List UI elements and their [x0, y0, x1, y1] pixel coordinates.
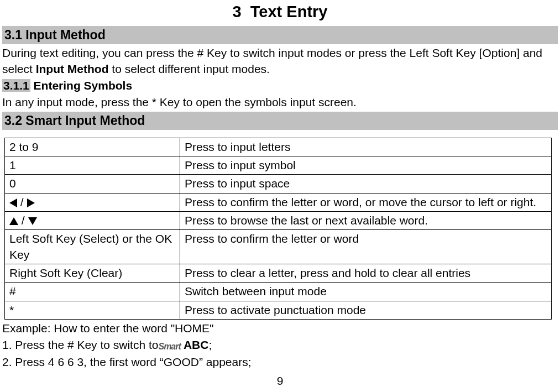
desc-cell: Press to input symbol [180, 156, 552, 174]
triangle-up-icon [9, 217, 18, 225]
subsection-number: 3.1.1 [2, 79, 30, 92]
bold-input-method: Input Method [36, 62, 109, 75]
table-row: *Press to activate punctuation mode [5, 301, 552, 319]
text: ; [208, 338, 212, 351]
bold-abc: ABC [181, 338, 209, 351]
triangle-right-icon [27, 198, 35, 207]
desc-cell: Press to confirm the letter or word, or … [180, 193, 552, 211]
text: 1. Press the # Key to switch to [2, 338, 158, 351]
section-heading-3-1: 3.1 Input Method [2, 26, 558, 44]
key-cell: / [5, 193, 180, 211]
desc-cell: Press to confirm the letter or word [180, 230, 552, 264]
key-cell: 1 [5, 156, 180, 174]
chapter-title: 3 Text Entry [2, 1, 558, 23]
example-intro: Example: How to enter the word "HOME" [2, 321, 558, 336]
smart-mode-icon: Smart [158, 341, 180, 353]
table-row: 2 to 9Press to input letters [5, 138, 552, 156]
section-heading-3-2: 3.2 Smart Input Method [2, 112, 558, 130]
table-row: Right Soft Key (Clear)Press to clear a l… [5, 264, 552, 283]
table-row: / Press to browse the last or next avail… [5, 211, 552, 229]
triangle-left-icon [9, 198, 17, 207]
key-cell: 2 to 9 [5, 138, 180, 156]
page-number: 9 [0, 373, 560, 389]
table-row: Left Soft Key (Select) or the OK KeyPres… [5, 230, 552, 264]
desc-cell: Press to input space [180, 175, 552, 193]
desc-cell: Press to clear a letter, press and hold … [180, 264, 552, 283]
text: to select different input modes. [109, 62, 270, 75]
desc-cell: Press to activate punctuation mode [180, 301, 552, 319]
table-row: 0Press to input space [5, 175, 552, 193]
key-cell: # [5, 283, 180, 301]
desc-cell: Press to browse the last or next availab… [180, 211, 552, 229]
table-row: #Switch between input mode [5, 283, 552, 301]
triangle-down-icon [28, 217, 37, 225]
smart-input-table: 2 to 9Press to input letters1Press to in… [4, 138, 552, 320]
section-3-1-paragraph: During text editing, you can press the #… [2, 45, 558, 77]
subsection-3-1-1-paragraph: In any input mode, press the * Key to op… [2, 95, 558, 110]
desc-cell: Press to input letters [180, 138, 552, 156]
key-cell: Right Soft Key (Clear) [5, 264, 180, 283]
chapter-name: Text Entry [250, 3, 328, 20]
table-row: / Press to confirm the letter or word, o… [5, 193, 552, 211]
table-row: 1Press to input symbol [5, 156, 552, 174]
subsection-name: Entering Symbols [30, 79, 132, 92]
key-cell: 0 [5, 175, 180, 193]
key-cell: * [5, 301, 180, 319]
chapter-number: 3 [233, 3, 242, 20]
example-step-1: 1. Press the # Key to switch toSmart ABC… [2, 337, 558, 353]
example-step-2: 2. Press 4 6 6 3, the first word “GOOD” … [2, 354, 558, 370]
desc-cell: Switch between input mode [180, 283, 552, 301]
key-cell: / [5, 211, 180, 229]
key-cell: Left Soft Key (Select) or the OK Key [5, 230, 180, 264]
subsection-3-1-1-title: 3.1.1 Entering Symbols [2, 78, 558, 93]
